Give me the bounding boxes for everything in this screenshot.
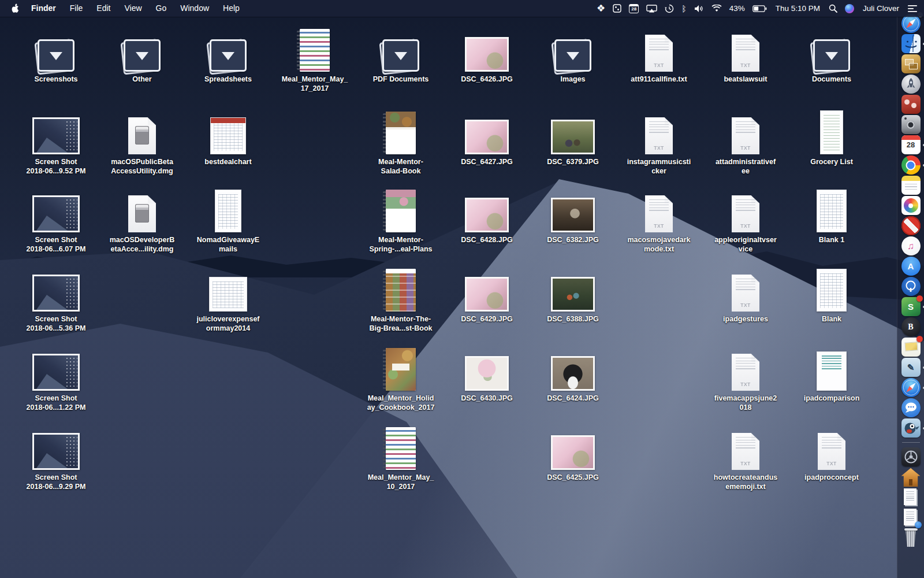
dock-red-circle-app[interactable]	[901, 216, 921, 235]
dock-app-store[interactable]: A	[901, 257, 921, 276]
menu-file[interactable]: File	[63, 0, 90, 17]
apple-icon	[11, 3, 20, 13]
desktop-icon-grid[interactable]: ScreenshotsOtherSpreadsheetsMeal_Mentor_…	[0, 17, 897, 578]
airplay-icon[interactable]	[646, 5, 657, 13]
desktop-item-macosmojavedarkmode-txt[interactable]: TXTmacosmojavedarkmode.txt	[617, 184, 701, 254]
dock-itunes[interactable]: ♫	[901, 236, 921, 255]
menu-bar-clock[interactable]: Thu 5:10 PM	[776, 4, 820, 13]
dock-downloads-folder[interactable]	[901, 508, 921, 527]
desktop-item-beatslawsuit[interactable]: TXTbeatslawsuit	[704, 23, 787, 84]
desktop-item-screen-shot2018-06-1-22-pm[interactable]: Screen Shot2018-06...1.22 PM	[14, 342, 98, 412]
desktop-item-spreadsheets[interactable]: Spreadsheets	[187, 23, 270, 84]
desktop-item-macosdeveloperbetaacce-ility-dmg[interactable]: macOSDeveloperBetaAcce...ility.dmg	[100, 184, 184, 254]
menu-view[interactable]: View	[117, 0, 148, 17]
desktop-item-documents[interactable]: Documents	[790, 23, 873, 84]
desktop-item-grocery-list[interactable]: Grocery List	[790, 106, 873, 166]
desktop-item-dsc-6425-jpg[interactable]: DSC_6425.JPG	[531, 421, 614, 482]
dock-wheel-dark-app[interactable]	[901, 447, 921, 466]
menu-window[interactable]: Window	[173, 0, 216, 17]
dock-documents-folder[interactable]	[901, 488, 921, 507]
desktop-item-dsc-6428-jpg[interactable]: DSC_6428.JPG	[445, 184, 528, 244]
desktop-item-nomadgiveawayemails[interactable]: NomadGiveawayEmails	[187, 184, 270, 254]
desktop-item-appleoriginaltvservice[interactable]: TXTappleoriginaltvservice	[704, 184, 787, 254]
desktop-item-screenshots[interactable]: Screenshots	[14, 23, 98, 84]
desktop-item-label: Meal-Mentor-Salad-Book	[378, 157, 423, 176]
dock-image-editor-app[interactable]: ✎	[901, 358, 921, 377]
dock-gold-media-app[interactable]	[901, 54, 921, 73]
calendar-menu-icon[interactable]: 28	[629, 4, 639, 13]
desktop-item-meal-mentor-may-10-2017[interactable]: Meal_Mentor_May_10_2017	[359, 421, 442, 491]
dock-compass-browser-app[interactable]	[901, 378, 921, 397]
apple-menu[interactable]	[11, 3, 20, 13]
desktop-item-ipadcomparison[interactable]: ipadcomparison	[790, 342, 873, 403]
volume-icon[interactable]	[694, 5, 704, 13]
desktop-item-ipadproconcept[interactable]: TXTipadproconcept	[790, 421, 873, 482]
desktop-item-blank-1[interactable]: Blank 1	[790, 184, 873, 244]
menu-go[interactable]: Go	[149, 0, 174, 17]
desktop-item-dsc-6424-jpg[interactable]: DSC_6424.JPG	[531, 342, 614, 403]
user-menu[interactable]: Juli Clover	[863, 4, 899, 13]
desktop-item-instagrammusicsticker[interactable]: TXTinstagrammusicsticker	[617, 106, 701, 176]
app-grid-icon[interactable]	[613, 4, 621, 13]
spotlight-icon[interactable]	[829, 4, 837, 13]
dock-finder[interactable]	[901, 34, 921, 53]
dock-calendar[interactable]: 28	[901, 135, 921, 154]
menu-help[interactable]: Help	[216, 0, 247, 17]
dock-y-photo-app[interactable]	[901, 338, 921, 357]
desktop-item-attadministrativefee[interactable]: TXTattadministrativefee	[704, 106, 787, 176]
desktop-item-meal-mentor-salad-book[interactable]: Meal-Mentor-Salad-Book	[359, 106, 442, 176]
desktop-item-other[interactable]: Other	[100, 23, 184, 84]
dock-notes[interactable]	[901, 176, 921, 195]
desktop-item-howtocreateandusememoji-txt[interactable]: TXThowtocreateandusememoji.txt	[704, 421, 787, 491]
dock-camera-app[interactable]	[901, 115, 921, 134]
dock-home-orange-app[interactable]	[901, 468, 921, 487]
desktop-item-dsc-6426-jpg[interactable]: DSC_6426.JPG	[445, 23, 528, 84]
desktop-item-att911callfine-txt[interactable]: TXTatt911callfine.txt	[617, 23, 701, 84]
desktop-item-meal-mentor-may-17-2017[interactable]: Meal_Mentor_May_17_2017	[273, 23, 356, 93]
dock-chrome[interactable]	[901, 155, 921, 175]
menu-edit[interactable]: Edit	[90, 0, 117, 17]
dock-slack[interactable]: S	[901, 297, 921, 316]
desktop-item-screen-shot2018-06-9-52-pm[interactable]: Screen Shot2018-06...9.52 PM	[14, 106, 98, 176]
book-cover	[300, 29, 330, 72]
bluetooth-icon[interactable]: ᛒ	[681, 5, 686, 13]
dock-bear-b-app[interactable]: B	[901, 317, 921, 336]
desktop-item-pdf-documents[interactable]: PDF Documents	[359, 23, 442, 84]
desktop-item-screen-shot2018-06-6-07-pm[interactable]: Screen Shot2018-06...6.07 PM	[14, 184, 98, 254]
dock-tweetbot[interactable]	[901, 418, 921, 438]
desktop-item-label: fivemacappsjune2018	[714, 394, 777, 412]
desktop-item-macospublicbetaaccessutility-dmg[interactable]: macOSPublicBetaAccessUtility.dmg	[100, 106, 184, 176]
dock-launchpad[interactable]	[901, 75, 921, 94]
dock-messages-chat-app[interactable]	[901, 398, 921, 417]
desktop-item-images[interactable]: Images	[531, 23, 614, 84]
desktop-item-dsc-6382-jpg[interactable]: DSC_6382.JPG	[531, 184, 614, 244]
menu-finder[interactable]: Finder	[28, 0, 63, 17]
dock-trash-full[interactable]	[901, 528, 921, 547]
desktop-item-bestdealchart[interactable]: bestdealchart	[187, 106, 270, 166]
dock-1password[interactable]	[901, 277, 921, 296]
desktop-item-dsc-6427-jpg[interactable]: DSC_6427.JPG	[445, 106, 528, 166]
desktop-item-dsc-6388-jpg[interactable]: DSC_6388.JPG	[531, 263, 614, 324]
time-machine-icon[interactable]	[665, 4, 674, 13]
desktop-item-dsc-6430-jpg[interactable]: DSC_6430.JPG	[445, 342, 528, 403]
desktop-item-dsc-6379-jpg[interactable]: DSC_6379.JPG	[531, 106, 614, 166]
desktop-item-screen-shot2018-06-9-29-pm[interactable]: Screen Shot2018-06...9.29 PM	[14, 421, 98, 491]
desktop-item-blank[interactable]: Blank	[790, 263, 873, 324]
siri-icon[interactable]	[845, 4, 854, 13]
battery-icon[interactable]	[752, 5, 767, 12]
dock-photo-booth-red-app[interactable]	[901, 95, 921, 114]
desktop-item-fivemacappsjune2018[interactable]: TXTfivemacappsjune2018	[704, 342, 787, 412]
desktop-item-meal-mentor-spring-eal-plans[interactable]: Meal-Mentor-Spring-...eal-Plans	[359, 184, 442, 254]
notes-icon	[901, 176, 921, 195]
desktop-item-meal-mentor-the-big-brea-st-book[interactable]: Meal-Mentor-The-Big-Brea...st-Book	[359, 263, 442, 333]
desktop-item-screen-shot2018-06-5-36-pm[interactable]: Screen Shot2018-06...5.36 PM	[14, 263, 98, 333]
desktop-item-julicloverexpenseformmay2014[interactable]: julicloverexpenseformmay2014	[187, 263, 270, 333]
desktop-item-label: ipadproconcept	[804, 473, 859, 482]
dropbox-icon[interactable]: ❖	[597, 3, 605, 13]
desktop-item-dsc-6429-jpg[interactable]: DSC_6429.JPG	[445, 263, 528, 324]
notification-center-icon[interactable]	[908, 5, 917, 12]
desktop-item-meal-mentor-holiday-cookbook-2017[interactable]: Meal_Mentor_Holiday_Cookbook_2017	[359, 342, 442, 412]
dock-photos[interactable]	[901, 196, 921, 215]
wifi-icon[interactable]	[711, 5, 722, 12]
desktop-item-ipadgestures[interactable]: TXTipadgestures	[704, 263, 787, 324]
